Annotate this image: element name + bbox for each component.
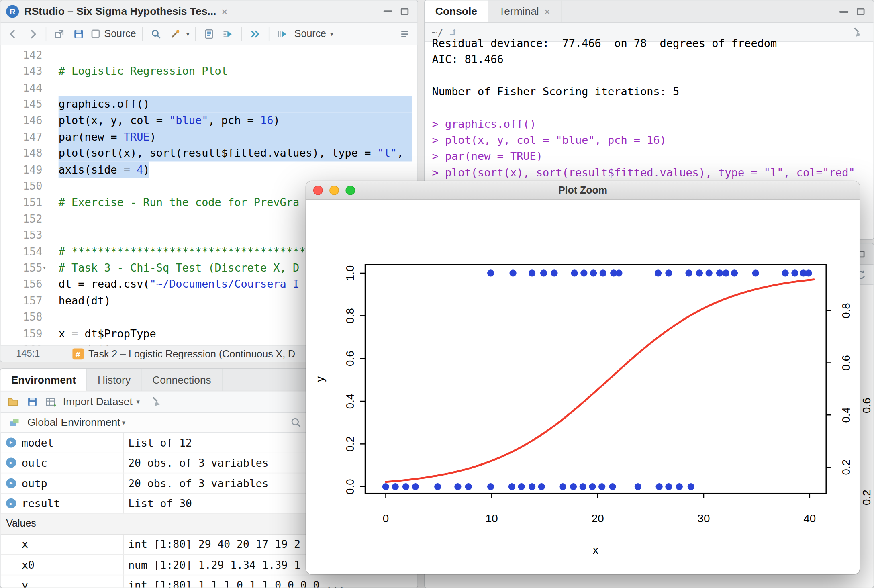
- fold-arrow-icon[interactable]: ▾: [42, 260, 50, 276]
- save-icon[interactable]: [72, 28, 85, 40]
- save-icon[interactable]: [26, 396, 39, 408]
- minimize-window-button[interactable]: [329, 186, 339, 195]
- right-axis-label-fragment: 0.2: [860, 490, 873, 505]
- global-environment-label[interactable]: Global Environment: [27, 416, 120, 429]
- variable-name: x0: [0, 558, 123, 571]
- code-line[interactable]: 147par(new = TRUE): [0, 129, 417, 145]
- tab-environment[interactable]: Environment: [0, 369, 87, 391]
- source-button-label[interactable]: Source: [294, 28, 326, 39]
- tab-connections[interactable]: Connections: [142, 369, 223, 391]
- search-environment-icon[interactable]: [289, 416, 302, 429]
- rerun-previous-icon[interactable]: [249, 28, 262, 40]
- chevron-down-icon[interactable]: ▾: [330, 30, 333, 37]
- x-axis-title: x: [593, 544, 598, 556]
- tab-terminal[interactable]: Terminal×: [488, 0, 562, 22]
- source-tab-close-icon[interactable]: ×: [221, 6, 228, 17]
- open-in-new-window-icon[interactable]: [53, 28, 66, 40]
- close-window-button[interactable]: [313, 186, 323, 195]
- expand-arrow-icon[interactable]: ▸: [6, 437, 16, 447]
- scatter-point: [609, 483, 616, 490]
- rstudio-app: R RStudio – Six Sigma Hypothesis Tes... …: [0, 0, 874, 588]
- scatter-point: [655, 270, 662, 276]
- scatter-point: [685, 270, 692, 276]
- import-dataset-label[interactable]: Import Dataset: [63, 396, 133, 408]
- line-number: 158: [0, 309, 49, 325]
- code-line[interactable]: 142: [0, 47, 417, 63]
- code-line[interactable]: 146plot(x, y, col = "blue", pch = 16): [0, 112, 417, 129]
- toolbar-separator: [195, 27, 196, 40]
- code-line[interactable]: 143# Logistic Regression Plot: [0, 63, 417, 80]
- code-line[interactable]: 149axis(side = 4): [0, 161, 417, 178]
- tab-close-icon[interactable]: ×: [544, 6, 550, 17]
- minimize-pane-button[interactable]: [381, 4, 395, 18]
- y-tick-label: 0.0: [344, 479, 356, 494]
- toolbar-separator: [142, 27, 143, 40]
- line-number: 151: [0, 194, 49, 211]
- console-output-line: [432, 67, 874, 84]
- chevron-down-icon[interactable]: ▾: [122, 419, 125, 426]
- search-icon[interactable]: [149, 28, 163, 40]
- code-text: dt = read.csv("~/Documents/Coursera I: [59, 276, 299, 293]
- clear-console-broom-icon[interactable]: [851, 26, 864, 39]
- x-tick-label: 30: [698, 512, 710, 525]
- plot-zoom-chart: 0102030400.00.20.40.60.81.00.20.40.60.8x…: [306, 200, 858, 573]
- scatter-point: [656, 483, 663, 490]
- right-tick-label: 0.4: [840, 407, 852, 423]
- scatter-point: [518, 483, 525, 490]
- y-tick-label: 0.2: [344, 436, 356, 452]
- variable-name: y: [0, 579, 123, 588]
- line-number: 152: [0, 210, 49, 227]
- back-icon[interactable]: [7, 28, 20, 40]
- tab-console[interactable]: Console: [425, 0, 488, 22]
- code-line[interactable]: 144: [0, 80, 417, 96]
- scatter-point: [509, 270, 516, 276]
- open-folder-icon[interactable]: [7, 396, 20, 408]
- toolbar-separator: [46, 27, 46, 40]
- code-line[interactable]: 145graphics.off(): [0, 96, 417, 112]
- clear-environment-broom-icon[interactable]: [149, 396, 162, 408]
- console-output[interactable]: Residual deviance: 77.466 on 78 degrees …: [425, 35, 874, 180]
- scatter-point: [696, 270, 703, 276]
- minimize-pane-button[interactable]: [837, 4, 851, 19]
- source-on-save-checkbox[interactable]: [92, 30, 100, 38]
- y-axis-title: y: [314, 376, 326, 382]
- code-token: head(dt): [59, 294, 111, 307]
- compile-report-icon[interactable]: [202, 28, 216, 40]
- scatter-point: [529, 483, 535, 490]
- forward-icon[interactable]: [26, 28, 39, 40]
- tab-history[interactable]: History: [87, 369, 142, 391]
- section-navigator-label[interactable]: Task 2 – Logistic Regression (Continuous…: [88, 348, 295, 360]
- expand-arrow-icon[interactable]: ▸: [6, 478, 16, 488]
- document-outline-icon[interactable]: [398, 28, 411, 40]
- chevron-down-icon[interactable]: ▾: [186, 30, 190, 37]
- console-input-line: > par(new = TRUE): [432, 148, 874, 164]
- line-number: 155▾: [0, 260, 49, 276]
- magic-wand-icon[interactable]: [168, 28, 182, 40]
- zoom-window-button[interactable]: [345, 186, 355, 195]
- run-line-icon[interactable]: [221, 28, 235, 40]
- tab-label: Console: [435, 5, 477, 18]
- maximize-pane-button[interactable]: [398, 4, 412, 18]
- code-line[interactable]: 148plot(sort(x), sort(result$fitted.valu…: [0, 145, 417, 161]
- environment-row[interactable]: yint [1:80] 1 1 1 0 1 1 0 0 0 0 ...: [0, 575, 417, 588]
- import-dataset-icon[interactable]: [45, 396, 58, 408]
- chevron-down-icon[interactable]: ▾: [136, 398, 139, 406]
- scatter-point: [665, 270, 672, 276]
- scatter-point: [580, 270, 587, 276]
- plot-zoom-titlebar[interactable]: Plot Zoom: [306, 181, 860, 200]
- maximize-pane-button[interactable]: [854, 4, 868, 19]
- console-input-line: > graphics.off(): [432, 116, 874, 132]
- console-output-line: AIC: 81.466: [432, 51, 874, 67]
- scatter-point: [571, 270, 578, 276]
- y-tick-label: 0.6: [344, 351, 356, 366]
- global-environment-icon: [8, 416, 21, 429]
- environment-tabs: EnvironmentHistoryConnections: [0, 369, 222, 391]
- scatter-point: [676, 483, 683, 490]
- scatter-point: [598, 483, 605, 490]
- plot-zoom-window[interactable]: Plot Zoom 0102030400.00.20.40.60.81.00.2…: [306, 181, 860, 574]
- scatter-point: [635, 483, 641, 490]
- scatter-point: [706, 270, 713, 276]
- section-icon[interactable]: #: [72, 348, 84, 359]
- source-file-icon[interactable]: [276, 28, 289, 40]
- console-window-controls: [835, 4, 868, 19]
